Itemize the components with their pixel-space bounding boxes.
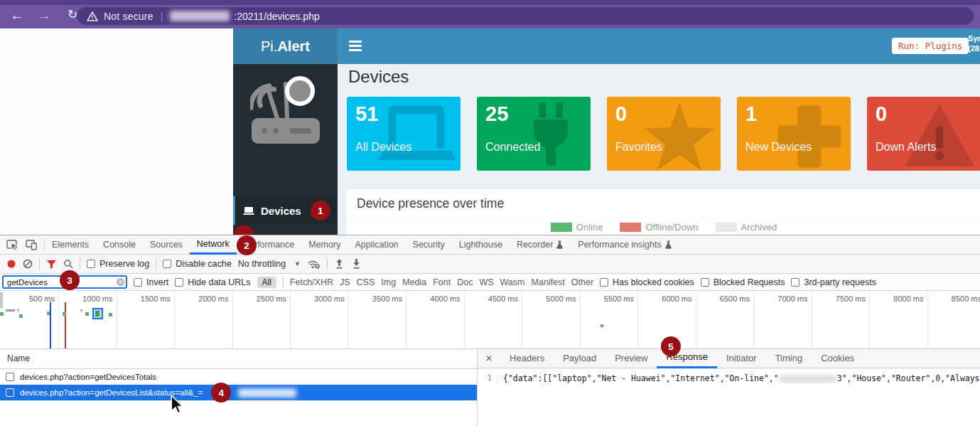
filter-type-font[interactable]: Font — [433, 277, 451, 287]
tab-application[interactable]: Application — [348, 235, 405, 255]
response-body[interactable]: 1 {"data":[["laptop","Net - Huawei","Int… — [478, 368, 980, 383]
legend-swatch-archived — [716, 223, 737, 232]
preserve-log-checkbox[interactable] — [87, 260, 95, 268]
inspect-element-icon[interactable] — [6, 239, 18, 250]
legend-item-archived[interactable]: Archived — [716, 222, 777, 233]
tab-timing[interactable]: Timing — [766, 349, 812, 368]
import-har-icon[interactable] — [334, 258, 345, 270]
tab-network[interactable]: Network — [190, 235, 237, 255]
tab-memory[interactable]: Memory — [301, 235, 348, 255]
clear-filter-icon[interactable]: ✕ — [117, 278, 124, 286]
request-dot — [109, 313, 112, 316]
invert-checkbox[interactable] — [134, 278, 142, 287]
stat-card-all-devices[interactable]: 51 All Devices — [347, 97, 461, 171]
filter-type-wasm[interactable]: Wasm — [500, 277, 525, 287]
warning-icon — [903, 101, 976, 171]
requests-name-header[interactable]: Name — [0, 349, 477, 369]
response-json-line: {"data":[["laptop","Net - Huawei","Inter… — [497, 373, 980, 383]
tab-security[interactable]: Security — [406, 235, 452, 255]
run-plugins-button[interactable]: Run: Plugins — [892, 38, 969, 54]
legend-item-offline[interactable]: Offline/Down — [620, 222, 698, 233]
back-icon[interactable]: ← — [9, 6, 26, 23]
browser-top-strip — [0, 0, 980, 5]
forward-icon[interactable]: → — [36, 6, 53, 23]
clear-icon[interactable] — [23, 259, 33, 269]
stat-card-new-devices[interactable]: 1 New Devices — [737, 97, 851, 171]
third-party-checkbox[interactable] — [791, 278, 799, 287]
load-event-line — [65, 302, 66, 349]
timeline-tick-label: 8000 ms — [871, 294, 924, 303]
tab-performance-insights[interactable]: Performance insights — [571, 235, 679, 255]
stat-card-down-alerts[interactable]: 0 Down Alerts — [867, 97, 980, 171]
tab-lighthouse[interactable]: Lighthouse — [452, 235, 510, 255]
annotation-badge-5: 5 — [661, 336, 681, 356]
app-logo[interactable]: Pi.Alert — [233, 28, 338, 64]
network-overview[interactable]: 500 ms1000 ms1500 ms2000 ms2500 ms3000 m… — [0, 291, 980, 349]
plus-icon — [772, 101, 846, 171]
filter-type-other[interactable]: Other — [571, 277, 593, 287]
hide-data-urls-checkbox[interactable] — [175, 278, 183, 287]
close-icon[interactable]: ✕ — [478, 353, 500, 363]
tab-headers[interactable]: Headers — [500, 349, 554, 368]
filter-type-manifest[interactable]: Manifest — [532, 277, 565, 287]
tab-initiator[interactable]: Initiator — [717, 349, 766, 368]
filter-type-all[interactable]: All — [257, 277, 276, 288]
legend-item-online[interactable]: Online — [551, 222, 603, 233]
brand-prefix: Pi. — [261, 38, 277, 55]
redacted-query-param — [238, 388, 296, 398]
timeline-tick-label: 7000 ms — [755, 294, 808, 303]
presence-panel-title: Device presence over time — [347, 189, 980, 218]
filter-icon[interactable] — [46, 260, 57, 269]
blocked-requests-checkbox[interactable] — [701, 278, 709, 287]
disable-cache-checkbox[interactable] — [163, 260, 171, 268]
timeline-tick-label: 3500 ms — [349, 294, 402, 303]
request-row-totals[interactable]: devices.php?action=getDevicesTotals — [0, 369, 477, 385]
tab-sources[interactable]: Sources — [143, 235, 190, 255]
filter-type-doc[interactable]: Doc — [457, 277, 473, 287]
filter-type-media[interactable]: Media — [402, 277, 426, 287]
request-checkbox[interactable] — [6, 388, 14, 397]
stat-card-connected[interactable]: 25 Connected — [477, 97, 591, 171]
record-icon[interactable] — [6, 259, 16, 269]
invert-option[interactable]: Invert — [134, 277, 168, 287]
throttling-dropdown[interactable]: No throttling▼ — [238, 259, 301, 269]
tab-recorder[interactable]: Recorder — [510, 235, 571, 255]
tab-elements[interactable]: Elements — [45, 235, 96, 255]
address-bar[interactable]: Not secure | :20211/devices.php — [77, 7, 974, 25]
tab-cookies[interactable]: Cookies — [812, 349, 863, 368]
preserve-log-option[interactable]: Preserve log — [87, 259, 149, 269]
stat-card-favorites[interactable]: 0 Favorites — [607, 97, 721, 171]
dom-content-loaded-line — [50, 302, 51, 349]
blocked-cookies-option[interactable]: Has blocked cookies — [600, 277, 694, 287]
filter-type-img[interactable]: Img — [381, 277, 396, 287]
filter-type-fetch-xhr[interactable]: Fetch/XHR — [290, 277, 333, 287]
blocked-cookies-checkbox[interactable] — [600, 278, 608, 287]
device-toolbar-icon[interactable] — [26, 240, 37, 250]
hide-data-urls-option[interactable]: Hide data URLs — [175, 277, 250, 287]
disable-cache-option[interactable]: Disable cache — [163, 259, 232, 269]
page-left-blank — [0, 28, 233, 235]
filter-type-ws[interactable]: WS — [479, 277, 493, 287]
request-checkbox[interactable] — [6, 373, 14, 381]
presence-panel: Device presence over time Online Offline… — [347, 188, 980, 235]
timeline-tick-label: 3000 ms — [291, 294, 345, 303]
stat-label: Down Alerts — [876, 141, 936, 154]
stat-label: Connected — [485, 141, 540, 154]
timeline-tick-label: 8500 ms — [928, 294, 980, 303]
request-row-devices-list[interactable]: devices.php?action=getDevicesList&status… — [0, 385, 477, 400]
redacted-value — [780, 375, 836, 383]
tab-preview[interactable]: Preview — [605, 349, 657, 368]
blocked-requests-option[interactable]: Blocked Requests — [701, 277, 785, 287]
tab-console[interactable]: Console — [96, 235, 143, 255]
search-icon[interactable] — [63, 259, 73, 269]
tab-payload[interactable]: Payload — [554, 349, 605, 368]
export-har-icon[interactable] — [351, 258, 362, 270]
timeline-tick-label: 6500 ms — [696, 294, 750, 303]
stat-value: 0 — [876, 102, 887, 126]
third-party-option[interactable]: 3rd-party requests — [791, 277, 876, 287]
sidebar-item-devices[interactable]: Devices 1 — [233, 196, 338, 225]
filter-type-css[interactable]: CSS — [357, 277, 375, 287]
filter-type-js[interactable]: JS — [340, 277, 350, 287]
sidebar-toggle-icon[interactable] — [349, 41, 362, 51]
network-conditions-icon[interactable] — [307, 258, 321, 270]
